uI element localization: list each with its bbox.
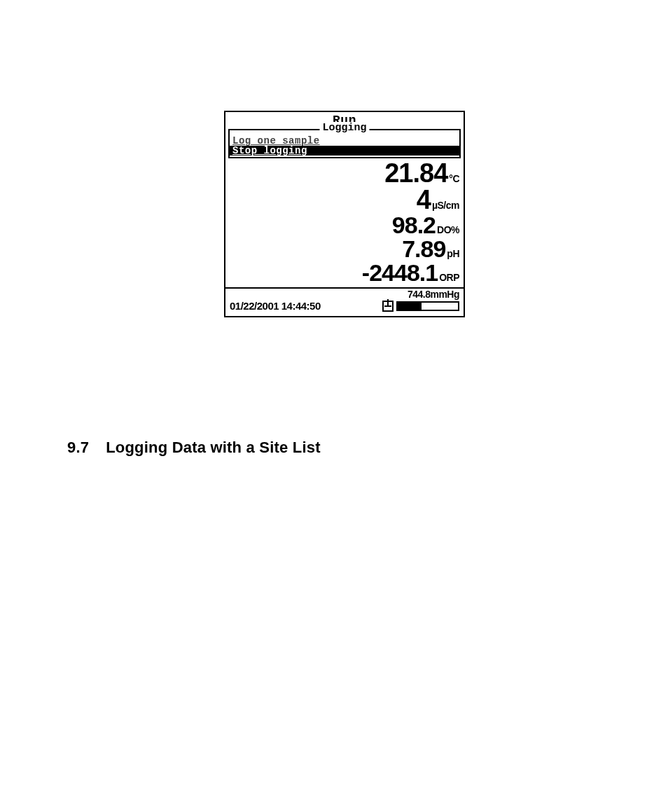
status-timestamp: 01/22/2001 14:44:50 [230, 300, 321, 312]
menu-item-stop-logging[interactable]: Stop logging [230, 146, 459, 156]
battery-plus-icon [382, 301, 394, 312]
battery-indicator [382, 301, 459, 312]
menu-item-log-one-sample[interactable]: Log one sample [230, 136, 459, 146]
reading-unit: pH [447, 249, 459, 259]
reading-unit: °C [449, 174, 459, 184]
reading-orp: -2448.1 ORP [230, 261, 459, 284]
status-bar: 744.8mmHg 01/22/2001 14:44:50 [225, 287, 464, 316]
reading-unit: µS/cm [432, 200, 459, 210]
reading-unit: ORP [439, 273, 459, 282]
status-pressure: 744.8mmHg [230, 289, 459, 300]
reading-temperature: 21.84 °C [230, 160, 459, 186]
readings-panel: 21.84 °C 4 µS/cm 98.2 DO% 7.89 pH -2448.… [225, 158, 464, 284]
reading-value: 7.89 [402, 237, 445, 261]
section-title: Logging Data with a Site List [106, 439, 320, 457]
menu-legend: Logging [319, 122, 369, 134]
battery-bar-icon [396, 301, 459, 311]
reading-unit: DO% [437, 225, 459, 235]
device-screenshot: Run Logging Log one sample Stop logging … [224, 111, 465, 317]
section-number: 9.7 [67, 439, 89, 457]
logging-menu: Logging Log one sample Stop logging [228, 129, 461, 158]
reading-ph: 7.89 pH [230, 237, 459, 261]
reading-do: 98.2 DO% [230, 213, 459, 237]
reading-conductivity: 4 µS/cm [230, 186, 459, 213]
document-page: Run Logging Log one sample Stop logging … [0, 0, 668, 812]
reading-value: 21.84 [384, 160, 447, 186]
reading-value: 4 [417, 186, 431, 213]
section-heading: 9.7 Logging Data with a Site List [67, 439, 321, 457]
reading-value: 98.2 [392, 213, 436, 237]
reading-value: -2448.1 [362, 261, 438, 284]
